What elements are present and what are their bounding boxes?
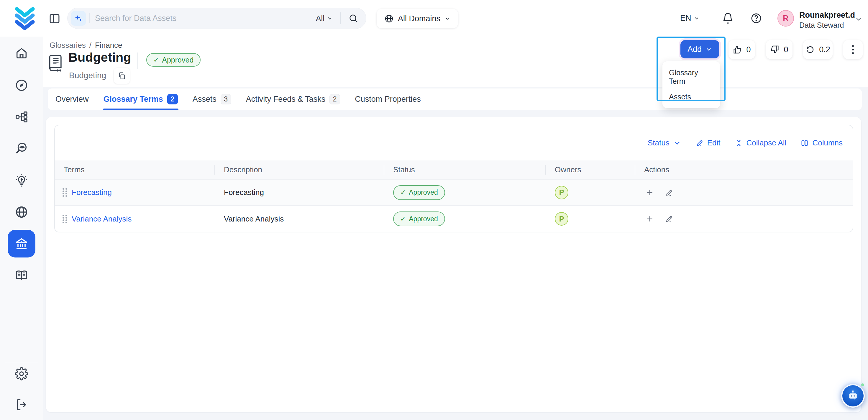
upvote-count: 0: [746, 45, 751, 54]
main-content: Glossaries / Finance Budgeting ✓ Approve…: [43, 36, 868, 420]
all-domains-button[interactable]: All Domains: [377, 9, 458, 28]
term-description: Forecasting: [215, 188, 384, 197]
menu-item-assets[interactable]: Assets: [662, 89, 720, 105]
search-icon[interactable]: [348, 13, 358, 23]
user-name: Rounakpreet.d: [799, 11, 855, 20]
chevron-down-icon: [705, 46, 712, 53]
sidebar-toggle-icon[interactable]: [49, 12, 61, 25]
drag-handle-icon[interactable]: [63, 188, 67, 197]
collapse-all-button[interactable]: Collapse All: [735, 138, 786, 148]
tab-count-badge: 3: [221, 94, 231, 104]
tab-overview[interactable]: Overview: [56, 88, 89, 110]
notifications-bell-icon[interactable]: [722, 12, 734, 24]
column-header-description[interactable]: Description: [215, 160, 384, 179]
breadcrumb-glossaries[interactable]: Glossaries: [50, 41, 86, 50]
add-term-icon[interactable]: [645, 188, 654, 197]
sidebar-item-observability-icon[interactable]: [15, 142, 28, 155]
sidebar-item-explore-icon[interactable]: [15, 79, 28, 92]
chat-assistant-button[interactable]: [841, 384, 865, 408]
add-button[interactable]: Add: [680, 40, 719, 58]
sidebar-item-lineage-icon[interactable]: [15, 110, 28, 124]
title-divider: [137, 53, 138, 69]
tab-glossary-terms[interactable]: Glossary Terms2: [103, 88, 178, 110]
thumbs-down-icon: [770, 45, 779, 54]
copy-button[interactable]: [114, 68, 130, 84]
page-subtitle: Budgeting: [69, 71, 106, 80]
ai-sparkle-icon[interactable]: [71, 11, 86, 26]
thumbs-up-icon: [733, 45, 742, 54]
tab-count-badge: 2: [330, 94, 340, 104]
kebab-menu-icon: [852, 45, 854, 54]
language-selector[interactable]: EN: [680, 13, 700, 23]
collapse-vertical-icon: [735, 139, 743, 147]
check-icon: ✓: [153, 56, 159, 64]
edit-term-icon[interactable]: [665, 188, 674, 197]
tab-assets[interactable]: Assets3: [193, 88, 231, 110]
search-divider-2: [340, 12, 341, 24]
chevron-down-icon: [694, 16, 700, 21]
tab-activity-feeds[interactable]: Activity Feeds & Tasks2: [246, 88, 340, 110]
chevron-down-icon[interactable]: [855, 16, 862, 23]
version-button[interactable]: 0.2: [803, 40, 833, 59]
add-term-icon[interactable]: [645, 214, 654, 223]
search-scope-dropdown[interactable]: All: [316, 14, 333, 23]
page-title: Budgeting: [68, 50, 131, 65]
status-filter-dropdown[interactable]: Status: [648, 138, 681, 148]
top-navigation-bar: All All Domains EN R Rounak: [0, 0, 868, 36]
left-sidebar: [0, 36, 43, 420]
sidebar-item-logout-icon[interactable]: [15, 398, 28, 412]
term-link[interactable]: Forecasting: [72, 188, 112, 197]
check-icon: ✓: [400, 188, 406, 197]
sidebar-item-domains-icon[interactable]: [15, 205, 28, 219]
term-link[interactable]: Variance Analysis: [72, 214, 131, 223]
version-number: 0.2: [819, 45, 830, 54]
menu-item-glossary-term[interactable]: Glossary Term: [662, 65, 720, 89]
sidebar-divider: [5, 363, 38, 363]
columns-icon: [801, 139, 809, 147]
version-history-icon: [805, 45, 815, 54]
tab-count-badge: 2: [167, 94, 178, 104]
app-window: All All Domains EN R Rounak: [0, 0, 868, 420]
drag-handle-icon[interactable]: [63, 215, 67, 223]
sidebar-item-settings-icon[interactable]: [15, 367, 28, 381]
search-input[interactable]: [90, 14, 316, 23]
table-controls: Status Edit: [55, 125, 852, 160]
column-header-status[interactable]: Status: [384, 160, 546, 179]
user-avatar[interactable]: R: [777, 10, 794, 27]
column-header-owners[interactable]: Owners: [546, 160, 635, 179]
sidebar-item-governance-active[interactable]: [8, 230, 35, 258]
sidebar-item-insights-icon[interactable]: [15, 174, 28, 187]
upvote-button[interactable]: 0: [728, 40, 755, 59]
user-menu[interactable]: Rounakpreet.d Data Steward: [799, 11, 855, 30]
edit-button[interactable]: Edit: [695, 138, 720, 148]
app-logo-icon: [13, 6, 37, 31]
sidebar-item-glossary-icon[interactable]: [15, 268, 28, 282]
glossary-book-icon: [47, 54, 64, 72]
column-header-actions[interactable]: Actions: [635, 160, 852, 179]
status-badge: ✓ Approved: [393, 185, 445, 200]
more-options-button[interactable]: [843, 40, 863, 59]
content-area: Overview Glossary Terms2 Assets3 Activit…: [43, 87, 868, 420]
table-row: Forecasting Forecasting ✓ Approved P: [55, 179, 852, 205]
chevron-down-icon: [673, 139, 681, 147]
breadcrumb-finance[interactable]: Finance: [95, 41, 122, 50]
glossary-terms-card: Status Edit: [46, 117, 861, 412]
pencil-icon: [695, 139, 704, 147]
table-row: Variance Analysis Variance Analysis ✓ Ap…: [55, 205, 852, 232]
breadcrumb-separator: /: [89, 41, 91, 50]
downvote-button[interactable]: 0: [766, 40, 793, 59]
check-icon: ✓: [400, 215, 406, 223]
edit-term-icon[interactable]: [665, 214, 674, 223]
help-icon[interactable]: [750, 12, 762, 24]
column-header-terms[interactable]: Terms: [55, 160, 215, 179]
owner-avatar[interactable]: P: [555, 186, 568, 200]
owner-avatar[interactable]: P: [555, 212, 568, 226]
status-badge: ✓ Approved: [393, 211, 445, 226]
terms-table-container: Status Edit: [54, 125, 853, 233]
tab-custom-properties[interactable]: Custom Properties: [355, 88, 421, 110]
online-status-dot: [861, 384, 864, 386]
global-search-bar: All: [67, 8, 366, 29]
robot-icon: [846, 389, 860, 402]
sidebar-item-home-icon[interactable]: [15, 46, 28, 60]
columns-button[interactable]: Columns: [801, 138, 843, 148]
